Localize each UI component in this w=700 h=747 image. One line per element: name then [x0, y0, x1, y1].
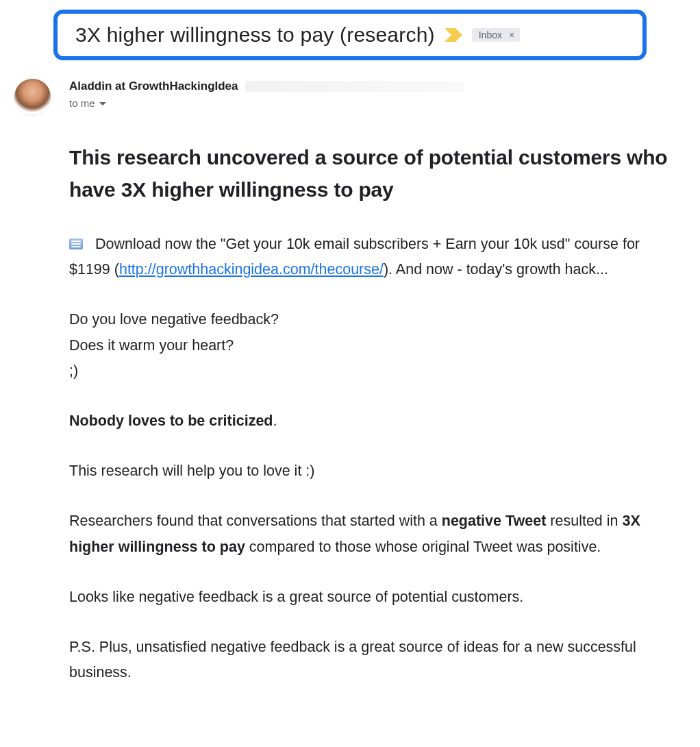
- intro-paragraph: Download now the "Get your 10k email sub…: [69, 232, 673, 282]
- research-paragraph: Researchers found that conversations tha…: [69, 509, 673, 559]
- recipient-text: to me: [69, 97, 95, 109]
- body-heading: This research uncovered a source of pote…: [69, 142, 673, 206]
- criticized-line: Nobody loves to be criticized.: [69, 408, 673, 434]
- document-icon: [69, 238, 83, 249]
- question-line-1: Do you love negative feedback?: [69, 307, 673, 332]
- sender-line: Aladdin at GrowthHackingIdea: [69, 79, 686, 93]
- important-marker-icon[interactable]: [445, 28, 462, 42]
- email-meta: Aladdin at GrowthHackingIdea to me: [69, 78, 686, 109]
- looks-like-line: Looks like negative feedback is a great …: [69, 585, 673, 610]
- chevron-down-icon: [99, 102, 106, 106]
- course-link[interactable]: http://growthhackingidea.com/thecourse/: [119, 261, 384, 278]
- body-text: Download now the "Get your 10k email sub…: [69, 232, 673, 685]
- inbox-label-text: Inbox: [479, 29, 502, 40]
- inbox-label[interactable]: Inbox ×: [472, 28, 520, 42]
- sender-email-redacted: [245, 81, 464, 92]
- email-subject: 3X higher willingness to pay (research): [75, 23, 435, 47]
- email-header: Aladdin at GrowthHackingIdea to me: [0, 78, 700, 116]
- sender-name[interactable]: Aladdin at GrowthHackingIdea: [69, 79, 238, 93]
- email-subject-bar: 3X higher willingness to pay (research) …: [53, 10, 647, 60]
- email-body: This research uncovered a source of pote…: [69, 142, 673, 685]
- ps-line: P.S. Plus, unsatisfied negative feedback…: [69, 635, 673, 685]
- recipient-line[interactable]: to me: [69, 97, 686, 109]
- love-it-line: This research will help you to love it :…: [69, 458, 673, 484]
- question-line-2: Does it warm your heart?: [69, 333, 673, 358]
- wink-line: ;): [69, 358, 673, 384]
- close-icon[interactable]: ×: [506, 29, 517, 40]
- sender-avatar[interactable]: [14, 78, 51, 116]
